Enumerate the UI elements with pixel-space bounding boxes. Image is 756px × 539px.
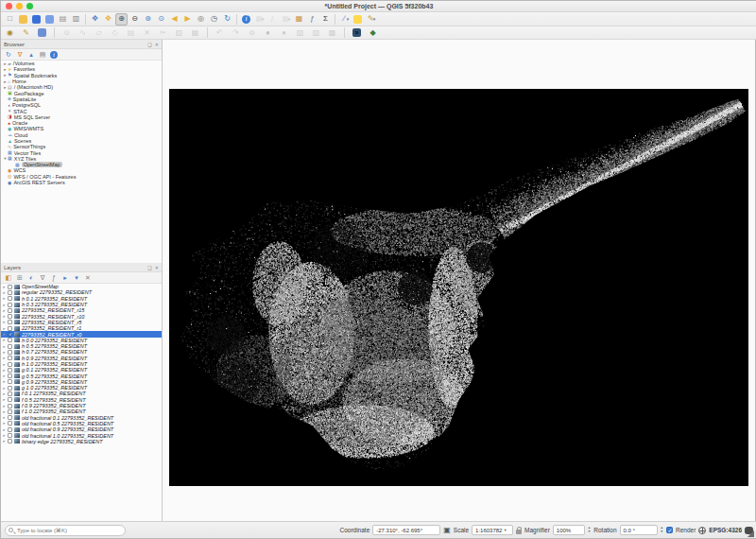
- layer-visibility-checkbox[interactable]: [8, 427, 12, 432]
- layer-visibility-checkbox[interactable]: [8, 296, 12, 301]
- layer-visibility-checkbox[interactable]: [8, 344, 12, 349]
- scale-combobox[interactable]: 1:1603782 ▾: [472, 525, 513, 535]
- collapse-all-button[interactable]: ▾: [72, 273, 81, 283]
- layer-visibility-checkbox[interactable]: [8, 285, 12, 289]
- rotation-input[interactable]: 0.0 °: [620, 525, 658, 535]
- layer-visibility-checkbox[interactable]: [8, 326, 12, 331]
- layer-visibility-checkbox[interactable]: [8, 290, 12, 295]
- zoom-full-button[interactable]: ⊛: [142, 13, 154, 26]
- open-project-button[interactable]: [17, 13, 29, 26]
- new-annotation-dropdown-icon[interactable]: ▾: [373, 17, 376, 22]
- layer-visibility-checkbox[interactable]: [8, 350, 12, 355]
- layer-visibility-checkbox[interactable]: [8, 433, 12, 438]
- layer-visibility-checkbox[interactable]: [8, 391, 12, 396]
- filter-by-expression-button[interactable]: ƒ: [49, 273, 59, 283]
- layer-label: g 0.1 22793352_RESIDENT: [22, 367, 87, 373]
- coordinate-input[interactable]: -27.310°, -62.695°: [372, 525, 440, 535]
- layer-visibility-checkbox[interactable]: [8, 386, 12, 391]
- extents-icon[interactable]: ▣: [443, 527, 451, 534]
- layer-visibility-checkbox[interactable]: [8, 356, 12, 360]
- layer-visibility-checkbox[interactable]: [8, 379, 12, 384]
- layer-visibility-checkbox[interactable]: [8, 362, 12, 367]
- open-layer-styling-button[interactable]: ◧: [4, 273, 13, 283]
- statistical-summary-button[interactable]: Σ: [319, 13, 332, 26]
- refresh-button[interactable]: ↻: [4, 50, 13, 60]
- select-features-dropdown-icon[interactable]: ▾: [262, 17, 265, 22]
- layer-visibility-checkbox[interactable]: [8, 374, 12, 378]
- filter-legend-button[interactable]: ∇: [38, 273, 47, 283]
- toggle-editing-button[interactable]: ✎: [20, 26, 32, 39]
- current-edits-button[interactable]: ◉: [4, 26, 16, 39]
- lock-scale-icon[interactable]: [516, 530, 522, 534]
- layers-float-button[interactable]: ❑: [147, 265, 151, 270]
- layer-visibility-checkbox[interactable]: [8, 338, 12, 342]
- pan-map-button[interactable]: ✥: [89, 13, 101, 26]
- manage-map-themes-button[interactable]: ◐: [26, 273, 36, 283]
- map-canvas[interactable]: [169, 89, 748, 486]
- browser-item-arcgis-rest-servers[interactable]: ◉ArcGIS REST Servers: [1, 180, 162, 185]
- open-attribute-table-button[interactable]: ▦: [293, 13, 305, 26]
- processing-toolbox-button[interactable]: ◆: [367, 26, 379, 39]
- crs-globe-icon: [698, 527, 706, 534]
- layer-visibility-checkbox[interactable]: [8, 421, 12, 426]
- zoom-in-button[interactable]: ⊕: [115, 13, 128, 26]
- new-project-button[interactable]: □: [4, 13, 16, 26]
- layer-visibility-checkbox[interactable]: [8, 404, 12, 409]
- layer-visibility-checkbox[interactable]: [8, 332, 12, 337]
- zoom-last-button[interactable]: ◀: [168, 13, 180, 26]
- browser-close-button[interactable]: ✕: [155, 42, 159, 47]
- expand-all-button[interactable]: ▸: [60, 273, 70, 283]
- measure-button[interactable]: ∕▾: [338, 13, 351, 26]
- raster-layer-icon: [14, 290, 20, 295]
- zoom-next-button[interactable]: ▶: [181, 13, 194, 26]
- refresh-map-button[interactable]: ↻: [221, 13, 233, 26]
- field-calculator-button[interactable]: ƒ: [306, 13, 318, 26]
- new-annotation-button[interactable]: ✎▾: [365, 13, 377, 26]
- resize-grip[interactable]: [747, 530, 754, 537]
- layers-close-button[interactable]: ✕: [155, 265, 159, 270]
- item-icon: ▣: [8, 91, 12, 96]
- show-layout-manager-button[interactable]: ▥: [70, 13, 82, 26]
- collapse-all-button[interactable]: ▴: [26, 50, 36, 60]
- temporal-controller-button[interactable]: ◷: [208, 13, 220, 26]
- layer-visibility-checkbox[interactable]: [8, 308, 12, 313]
- filter-browser-button[interactable]: ∇: [15, 50, 25, 60]
- layer-visibility-checkbox[interactable]: [8, 415, 12, 420]
- identify-features-button[interactable]: i: [240, 13, 252, 26]
- layer-row[interactable]: ▸binary edge 22793352_RESIDENT: [1, 439, 162, 444]
- layer-visibility-checkbox[interactable]: [8, 320, 12, 324]
- layer-visibility-checkbox[interactable]: [8, 409, 12, 414]
- add-group-button[interactable]: ⊞: [15, 273, 25, 283]
- layer-visibility-checkbox[interactable]: [8, 397, 12, 402]
- browser-float-button[interactable]: ❑: [147, 42, 151, 47]
- deselect-features-dropdown-icon[interactable]: ▾: [288, 17, 291, 22]
- python-console-button[interactable]: »: [351, 26, 363, 39]
- item-icon: ◉: [8, 168, 11, 173]
- properties-widget-button[interactable]: ▤: [38, 50, 47, 60]
- item-label: SpatiaLite: [13, 96, 36, 102]
- save-layer-edits-button[interactable]: [36, 26, 48, 39]
- layer-visibility-checkbox[interactable]: [8, 368, 12, 373]
- layer-visibility-checkbox[interactable]: [8, 303, 12, 307]
- pan-to-selection-button[interactable]: ✥: [102, 13, 114, 26]
- remove-layer-button[interactable]: ✕: [83, 273, 93, 283]
- new-print-layout-button[interactable]: ▤: [57, 13, 69, 26]
- measure-dropdown-icon[interactable]: ▾: [347, 17, 350, 22]
- locator-input[interactable]: [5, 525, 126, 536]
- map-tips-button[interactable]: [352, 13, 364, 26]
- save-project-as-button[interactable]: [43, 13, 56, 26]
- layer-visibility-checkbox[interactable]: [8, 439, 12, 443]
- magnifier-input[interactable]: 100%: [553, 525, 585, 535]
- zoom-native-button[interactable]: ◎: [195, 13, 207, 26]
- crs-status-button[interactable]: EPSG:4326: [709, 527, 742, 533]
- magnifier-spinner[interactable]: ▲▼: [588, 527, 591, 533]
- rotate-feature-button: ⊘: [246, 26, 258, 39]
- search-icon: [9, 528, 13, 532]
- rotation-spinner[interactable]: ▲▼: [661, 527, 663, 533]
- zoom-to-layer-button[interactable]: ⊙: [155, 13, 167, 26]
- render-checkbox[interactable]: [666, 527, 673, 533]
- browser-info-button[interactable]: i: [49, 50, 59, 60]
- zoom-out-button[interactable]: ⊖: [129, 13, 141, 26]
- layer-visibility-checkbox[interactable]: [8, 314, 12, 319]
- save-project-button[interactable]: [30, 13, 43, 26]
